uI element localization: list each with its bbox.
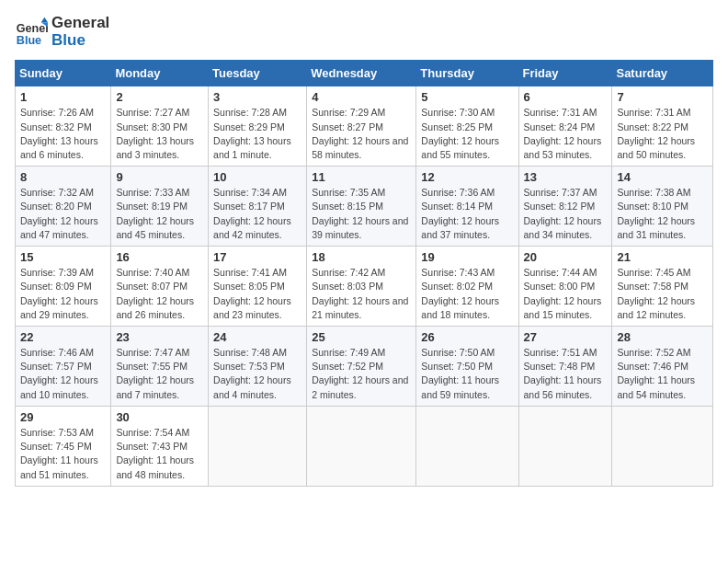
sunrise-label: Sunrise: 7:34 AM: [213, 187, 287, 198]
day-cell-11: 11 Sunrise: 7:35 AM Sunset: 8:15 PM Dayl…: [307, 167, 416, 247]
sunset-label: Sunset: 8:12 PM: [524, 201, 596, 212]
daylight-label: Daylight: 12 hours and 39 minutes.: [312, 215, 408, 240]
day-number: 25: [312, 330, 411, 344]
sunrise-label: Sunrise: 7:50 AM: [421, 347, 495, 358]
sunrise-label: Sunrise: 7:28 AM: [213, 107, 287, 118]
day-info: Sunrise: 7:47 AM Sunset: 7:55 PM Dayligh…: [116, 346, 203, 402]
daylight-label: Daylight: 12 hours and 31 minutes.: [617, 215, 695, 240]
calendar-week-row: 29 Sunrise: 7:53 AM Sunset: 7:45 PM Dayl…: [16, 406, 713, 486]
sunset-label: Sunset: 8:09 PM: [20, 281, 92, 292]
day-cell-17: 17 Sunrise: 7:41 AM Sunset: 8:05 PM Dayl…: [209, 247, 307, 327]
day-cell-30: 30 Sunrise: 7:54 AM Sunset: 7:43 PM Dayl…: [111, 406, 209, 486]
sunset-label: Sunset: 8:05 PM: [213, 281, 285, 292]
col-header-thursday: Thursday: [416, 61, 518, 86]
day-info: Sunrise: 7:53 AM Sunset: 7:45 PM Dayligh…: [20, 426, 106, 482]
daylight-label: Daylight: 11 hours and 48 minutes.: [116, 454, 194, 479]
calendar-week-row: 8 Sunrise: 7:32 AM Sunset: 8:20 PM Dayli…: [16, 167, 713, 247]
day-number: 5: [421, 90, 513, 104]
sunset-label: Sunset: 8:10 PM: [617, 201, 688, 212]
day-number: 2: [116, 90, 203, 104]
day-cell-12: 12 Sunrise: 7:36 AM Sunset: 8:14 PM Dayl…: [416, 167, 518, 247]
day-cell-9: 9 Sunrise: 7:33 AM Sunset: 8:19 PM Dayli…: [111, 167, 209, 247]
day-number: 9: [116, 170, 203, 184]
day-info: Sunrise: 7:49 AM Sunset: 7:52 PM Dayligh…: [312, 346, 411, 402]
day-number: 26: [421, 330, 513, 344]
page-header: General Blue General Blue: [15, 15, 713, 49]
day-cell-2: 2 Sunrise: 7:27 AM Sunset: 8:30 PM Dayli…: [111, 86, 209, 167]
daylight-label: Daylight: 12 hours and 29 minutes.: [20, 295, 98, 320]
sunrise-label: Sunrise: 7:49 AM: [312, 347, 385, 358]
sunrise-label: Sunrise: 7:29 AM: [312, 107, 385, 118]
day-info: Sunrise: 7:45 AM Sunset: 7:58 PM Dayligh…: [617, 266, 708, 322]
sunset-label: Sunset: 8:22 PM: [617, 121, 688, 132]
logo-blue: Blue: [51, 32, 109, 50]
logo-general: General: [51, 15, 109, 32]
day-cell-27: 27 Sunrise: 7:51 AM Sunset: 7:48 PM Dayl…: [518, 327, 612, 407]
daylight-label: Daylight: 12 hours and 18 minutes.: [421, 295, 499, 320]
day-number: 17: [213, 250, 301, 264]
sunset-label: Sunset: 8:29 PM: [213, 121, 285, 132]
day-info: Sunrise: 7:31 AM Sunset: 8:22 PM Dayligh…: [617, 106, 708, 162]
day-cell-7: 7 Sunrise: 7:31 AM Sunset: 8:22 PM Dayli…: [612, 86, 713, 167]
day-info: Sunrise: 7:50 AM Sunset: 7:50 PM Dayligh…: [421, 346, 513, 402]
svg-text:Blue: Blue: [17, 33, 41, 46]
daylight-label: Daylight: 11 hours and 54 minutes.: [617, 374, 695, 399]
day-info: Sunrise: 7:42 AM Sunset: 8:03 PM Dayligh…: [312, 266, 411, 322]
sunrise-label: Sunrise: 7:36 AM: [421, 187, 495, 198]
sunrise-label: Sunrise: 7:35 AM: [312, 187, 385, 198]
day-cell-29: 29 Sunrise: 7:53 AM Sunset: 7:45 PM Dayl…: [16, 406, 111, 486]
day-info: Sunrise: 7:46 AM Sunset: 7:57 PM Dayligh…: [20, 346, 106, 402]
day-info: Sunrise: 7:31 AM Sunset: 8:24 PM Dayligh…: [524, 106, 608, 162]
day-number: 18: [312, 250, 411, 264]
daylight-label: Daylight: 12 hours and 45 minutes.: [116, 215, 194, 240]
day-number: 14: [617, 170, 708, 184]
sunset-label: Sunset: 8:02 PM: [421, 281, 493, 292]
sunset-label: Sunset: 7:52 PM: [312, 361, 383, 372]
daylight-label: Daylight: 12 hours and 53 minutes.: [524, 135, 602, 160]
sunrise-label: Sunrise: 7:32 AM: [20, 187, 94, 198]
logo-icon: General Blue: [15, 16, 48, 49]
day-number: 21: [617, 250, 708, 264]
daylight-label: Daylight: 13 hours and 6 minutes.: [20, 135, 98, 160]
daylight-label: Daylight: 12 hours and 42 minutes.: [213, 215, 291, 240]
sunset-label: Sunset: 7:53 PM: [213, 361, 285, 372]
day-cell-3: 3 Sunrise: 7:28 AM Sunset: 8:29 PM Dayli…: [209, 86, 307, 167]
day-info: Sunrise: 7:52 AM Sunset: 7:46 PM Dayligh…: [617, 346, 708, 402]
day-info: Sunrise: 7:38 AM Sunset: 8:10 PM Dayligh…: [617, 186, 708, 242]
day-info: Sunrise: 7:28 AM Sunset: 8:29 PM Dayligh…: [213, 106, 301, 162]
daylight-label: Daylight: 12 hours and 23 minutes.: [213, 295, 291, 320]
sunset-label: Sunset: 7:57 PM: [20, 361, 92, 372]
day-number: 13: [524, 170, 608, 184]
day-number: 4: [312, 90, 411, 104]
daylight-label: Daylight: 12 hours and 7 minutes.: [116, 374, 194, 399]
day-number: 27: [524, 330, 608, 344]
sunrise-label: Sunrise: 7:44 AM: [524, 267, 597, 278]
daylight-label: Daylight: 12 hours and 50 minutes.: [617, 135, 695, 160]
day-cell-26: 26 Sunrise: 7:50 AM Sunset: 7:50 PM Dayl…: [416, 327, 518, 407]
sunrise-label: Sunrise: 7:39 AM: [20, 267, 94, 278]
col-header-sunday: Sunday: [16, 61, 111, 86]
day-info: Sunrise: 7:44 AM Sunset: 8:00 PM Dayligh…: [524, 266, 608, 322]
sunset-label: Sunset: 8:03 PM: [312, 281, 383, 292]
day-cell-21: 21 Sunrise: 7:45 AM Sunset: 7:58 PM Dayl…: [612, 247, 713, 327]
day-cell-28: 28 Sunrise: 7:52 AM Sunset: 7:46 PM Dayl…: [612, 327, 713, 407]
day-cell-6: 6 Sunrise: 7:31 AM Sunset: 8:24 PM Dayli…: [518, 86, 612, 167]
sunset-label: Sunset: 7:55 PM: [116, 361, 188, 372]
calendar-week-row: 15 Sunrise: 7:39 AM Sunset: 8:09 PM Dayl…: [16, 247, 713, 327]
sunset-label: Sunset: 7:45 PM: [20, 441, 92, 452]
sunrise-label: Sunrise: 7:31 AM: [617, 107, 690, 118]
day-number: 10: [213, 170, 301, 184]
empty-cell: [518, 406, 612, 486]
day-number: 15: [20, 250, 106, 264]
day-cell-23: 23 Sunrise: 7:47 AM Sunset: 7:55 PM Dayl…: [111, 327, 209, 407]
sunset-label: Sunset: 7:43 PM: [116, 441, 188, 452]
sunrise-label: Sunrise: 7:37 AM: [524, 187, 597, 198]
empty-cell: [307, 406, 416, 486]
day-info: Sunrise: 7:40 AM Sunset: 8:07 PM Dayligh…: [116, 266, 203, 322]
day-number: 23: [116, 330, 203, 344]
daylight-label: Daylight: 11 hours and 59 minutes.: [421, 374, 499, 399]
day-number: 24: [213, 330, 301, 344]
sunrise-label: Sunrise: 7:31 AM: [524, 107, 597, 118]
daylight-label: Daylight: 12 hours and 55 minutes.: [421, 135, 499, 160]
day-cell-20: 20 Sunrise: 7:44 AM Sunset: 8:00 PM Dayl…: [518, 247, 612, 327]
